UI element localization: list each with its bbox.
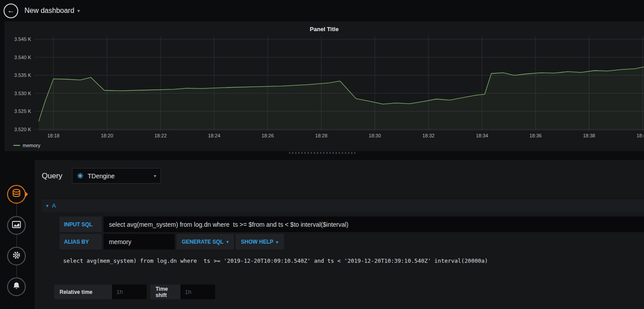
alias-by-field[interactable] bbox=[104, 234, 175, 249]
x-tick-label: 18:18 bbox=[47, 133, 60, 138]
input-sql-label: INPUT SQL bbox=[60, 217, 102, 232]
x-tick-label: 18:38 bbox=[583, 133, 596, 138]
y-tick-label: 3.520 K bbox=[14, 127, 31, 132]
relative-time-label: Relative time bbox=[54, 285, 112, 299]
x-tick-label: 18:40 bbox=[636, 133, 644, 138]
panel-edit-area: Query TDengine ▾ ▾ A bbox=[0, 155, 644, 309]
input-sql-row: INPUT SQL bbox=[60, 217, 644, 232]
y-axis-labels: 3.520 K3.525 K3.530 K3.535 K3.540 K3.545… bbox=[4, 36, 35, 131]
tab-alert[interactable] bbox=[7, 277, 26, 296]
datasource-name: TDengine bbox=[88, 173, 154, 180]
panel-title[interactable]: Panel Title bbox=[4, 21, 644, 36]
x-axis-labels: 18:1818:2018:2218:2418:2618:2818:3018:32… bbox=[35, 131, 644, 140]
chart-legend: memory bbox=[4, 140, 644, 151]
query-editor-panel: Query TDengine ▾ ▾ A bbox=[35, 160, 644, 309]
back-arrow-icon: ← bbox=[8, 7, 15, 15]
query-ref-letter: A bbox=[52, 202, 56, 209]
query-ref-header[interactable]: ▾ A bbox=[42, 199, 644, 212]
chart-area: 3.520 K3.525 K3.530 K3.535 K3.540 K3.545… bbox=[4, 36, 644, 131]
datasource-caret-icon: ▾ bbox=[154, 173, 156, 178]
x-tick-label: 18:26 bbox=[262, 133, 274, 138]
show-help-label: SHOW HELP bbox=[241, 239, 273, 245]
y-tick-label: 3.525 K bbox=[14, 108, 31, 114]
tab-visualization[interactable] bbox=[7, 216, 26, 235]
alias-by-label: ALIAS BY bbox=[60, 234, 102, 249]
x-tick-label: 18:30 bbox=[369, 133, 381, 138]
query-rows: INPUT SQL ALIAS BY GENERATE SQL ▾ SHOW H… bbox=[60, 217, 644, 269]
x-tick-label: 18:36 bbox=[529, 133, 542, 138]
tab-general[interactable] bbox=[7, 247, 26, 265]
time-options-row: Relative time Time shift bbox=[54, 285, 644, 299]
horizontal-scrollbar[interactable] bbox=[289, 152, 356, 154]
tab-queries[interactable] bbox=[7, 185, 26, 204]
y-tick-label: 3.535 K bbox=[14, 72, 31, 78]
show-help-button[interactable]: SHOW HELP ▸ bbox=[236, 234, 284, 249]
chart-icon bbox=[11, 219, 22, 232]
bell-icon bbox=[11, 281, 22, 293]
x-tick-label: 18:20 bbox=[101, 133, 113, 138]
tdengine-logo-icon bbox=[77, 173, 84, 179]
rail-connector-line bbox=[16, 196, 17, 287]
datasource-picker[interactable]: TDengine ▾ bbox=[72, 168, 161, 184]
query-header: Query TDengine ▾ bbox=[42, 168, 644, 184]
graph-panel: Panel Title 3.520 K3.525 K3.530 K3.535 K… bbox=[4, 21, 644, 151]
alias-by-row: ALIAS BY GENERATE SQL ▾ SHOW HELP ▸ bbox=[60, 234, 644, 249]
time-shift-field[interactable] bbox=[180, 285, 215, 299]
relative-time-field[interactable] bbox=[112, 285, 147, 299]
generated-sql-preview: select avg(mem_system) from log.dn where… bbox=[60, 251, 644, 269]
database-icon bbox=[11, 188, 22, 201]
generate-sql-button[interactable]: GENERATE SQL ▾ bbox=[176, 234, 234, 249]
legend-color-swatch bbox=[13, 145, 20, 146]
query-section-title: Query bbox=[42, 172, 62, 181]
x-tick-label: 18:22 bbox=[154, 133, 167, 138]
generate-sql-label: GENERATE SQL bbox=[182, 239, 224, 245]
generate-sql-caret-icon: ▾ bbox=[227, 240, 229, 244]
time-shift-label: Time shift bbox=[150, 285, 180, 299]
dashboard-title[interactable]: New dashboard bbox=[24, 7, 74, 15]
gear-icon bbox=[11, 250, 22, 262]
x-tick-label: 18:32 bbox=[422, 133, 435, 138]
x-tick-label: 18:28 bbox=[315, 133, 328, 138]
legend-series-label[interactable]: memory bbox=[23, 143, 40, 148]
y-tick-label: 3.530 K bbox=[14, 91, 31, 96]
memory-line-chart bbox=[35, 36, 644, 131]
y-tick-label: 3.545 K bbox=[14, 36, 31, 42]
x-tick-label: 18:24 bbox=[208, 133, 220, 138]
plot-region[interactable] bbox=[35, 36, 644, 131]
edit-tab-rail bbox=[0, 155, 35, 309]
collapse-caret-icon: ▾ bbox=[46, 203, 48, 208]
x-tick-label: 18:34 bbox=[476, 133, 488, 138]
y-tick-label: 3.540 K bbox=[14, 55, 31, 60]
input-sql-field[interactable] bbox=[104, 217, 644, 232]
dashboard-title-caret-icon[interactable]: ▾ bbox=[77, 8, 80, 14]
top-navbar: ← New dashboard ▾ bbox=[0, 0, 644, 21]
show-help-caret-icon: ▸ bbox=[276, 240, 279, 244]
back-button[interactable]: ← bbox=[4, 4, 18, 18]
